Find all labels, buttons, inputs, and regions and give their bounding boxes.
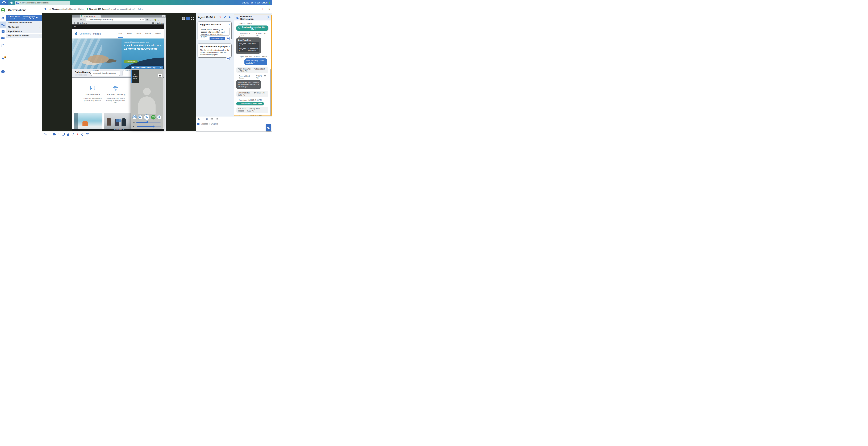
grid-view-icon[interactable] <box>182 17 185 20</box>
chevron-right-icon: › <box>39 21 40 24</box>
tile-view-icon[interactable] <box>186 17 190 20</box>
suggested-response-text[interactable]: Thank you for providing the session refe… <box>199 27 230 36</box>
ordered-list-icon[interactable]: 123 <box>211 118 213 121</box>
active-conversation-item[interactable]: ⚠ Alex Jones — Unauthenticated 03:52 | E… <box>6 15 42 21</box>
collapse-chevron-icon[interactable]: ^ <box>229 24 230 26</box>
sidebar-item-my-queues[interactable]: My Queues› <box>6 25 42 29</box>
chat-message-list[interactable]: 2/19/25, 1:52 PM Previous Conversation (… <box>235 21 271 115</box>
desktop-share-icon[interactable] <box>62 133 65 136</box>
speaker-volume-slider[interactable] <box>133 126 161 128</box>
minimize-icon[interactable]: — <box>160 67 161 68</box>
desktop-share-active-icon[interactable] <box>151 115 156 119</box>
bookmark-star-icon[interactable]: ☆ <box>142 19 144 21</box>
settings-icon[interactable] <box>157 115 161 119</box>
help-icon[interactable]: ? <box>267 16 270 19</box>
message-input[interactable]: Message or Drag File <box>197 123 218 125</box>
reload-icon[interactable]: ↻ <box>80 19 82 21</box>
collapse-icon[interactable] <box>158 74 162 77</box>
agent-assist-icon[interactable] <box>10 1 13 4</box>
chat-bubble-icon[interactable] <box>36 17 38 19</box>
sidebar-item-my-favorite-contacts[interactable]: My Favorite Contacts› <box>6 34 42 38</box>
home-icon[interactable]: ⌂ <box>83 19 84 21</box>
fullscreen-icon[interactable] <box>191 17 194 20</box>
add-participant-icon[interactable] <box>44 8 47 10</box>
profile-avatar[interactable] <box>0 8 6 12</box>
refresh-icon[interactable]: ↻ <box>226 37 230 40</box>
card-icon[interactable] <box>147 19 148 21</box>
my-desktop-share-thumbnail[interactable]: My Desktop Share <box>131 70 139 83</box>
mic-volume-slider[interactable] <box>133 121 161 124</box>
browser-menu-icon[interactable]: ⋮ <box>158 19 159 21</box>
site-nav-account[interactable]: Account <box>155 33 161 35</box>
refresh-icon[interactable]: ↻ <box>226 57 230 60</box>
all-bookmarks-label[interactable]: All Bookmarks <box>155 22 164 24</box>
site-nav-invest[interactable]: Invest <box>136 33 141 35</box>
overlay-title-bar[interactable]: Share Video & Desktop — <box>131 66 163 69</box>
collapse-chevron-icon[interactable]: ^ <box>229 45 230 48</box>
svg-text:12: 12 <box>2 31 4 32</box>
underline-icon[interactable]: U <box>206 118 208 121</box>
learn-more-button[interactable]: LEARN MORE <box>124 60 138 63</box>
phone-call-icon[interactable] <box>144 114 150 120</box>
help-icon[interactable]: ? <box>0 70 6 73</box>
site-nav-bank[interactable]: Bank <box>118 33 122 35</box>
video-toggle-icon[interactable] <box>138 115 142 119</box>
desktop-share-icon[interactable] <box>32 17 34 19</box>
tools-wrench-icon[interactable] <box>224 16 226 19</box>
bookmarks-label[interactable]: Bookmarks <box>80 22 87 24</box>
community-financial-logo[interactable]: Community Financial <box>75 32 101 36</box>
more-options-icon[interactable]: ⋮ <box>39 16 41 19</box>
site-nav-borrow[interactable]: Borrow <box>127 33 132 35</box>
italic-icon[interactable]: I <box>203 118 203 121</box>
previous-conversation-button[interactable]: Previous Conversation (Get More) <box>236 26 268 31</box>
apps-grid-icon[interactable] <box>73 22 75 24</box>
extensions-icon[interactable] <box>150 19 151 21</box>
inbox-icon[interactable] <box>0 16 6 20</box>
phone-icon[interactable] <box>44 133 47 136</box>
tab-close-icon[interactable]: × <box>95 15 96 17</box>
file-upload-icon[interactable] <box>67 133 69 136</box>
view-desktop-button[interactable]: View desktop: Alex Jones <box>236 102 264 105</box>
camera-options-chevron-icon[interactable]: ^ <box>58 133 59 135</box>
username-field[interactable]: User Name secure-mail-demo@revation.com <box>91 71 120 76</box>
library-icon[interactable] <box>229 16 231 19</box>
knowledge-book-icon[interactable] <box>0 37 6 40</box>
address-bar[interactable]: demo.linklive-legacy.com/banking ☆ <box>86 18 145 21</box>
sidebar-item-agent-metrics[interactable]: Agent Metrics› <box>6 29 42 34</box>
block-user-icon[interactable] <box>261 8 264 10</box>
agent-status[interactable]: ONLINE - WITH CUSTOMER <box>242 0 271 5</box>
site-settings-icon[interactable] <box>87 19 89 20</box>
send-transcript-button[interactable] <box>266 124 271 131</box>
audio-settings-icon[interactable] <box>86 133 89 135</box>
translate-icon[interactable]: A <box>77 133 78 136</box>
blocked-agent-icon[interactable] <box>219 16 221 19</box>
chat-scrollbar[interactable] <box>270 69 271 115</box>
new-tab-icon[interactable]: + <box>103 15 104 17</box>
password-key-icon[interactable] <box>140 19 141 21</box>
page-scrollbar[interactable] <box>164 25 166 131</box>
bold-icon[interactable]: B <box>198 118 199 121</box>
sidebar-item-previous-conversations[interactable]: Previous Conversations› <box>6 21 42 25</box>
metrics-icon[interactable] <box>0 44 6 47</box>
forward-icon[interactable]: → <box>77 19 79 21</box>
transcript-icon[interactable] <box>29 17 31 19</box>
conversations-tab-icon[interactable] <box>0 23 6 26</box>
calendar-icon[interactable]: 12 <box>0 30 6 33</box>
ai-enhance-icon[interactable] <box>72 133 74 136</box>
chat-toggle-icon[interactable] <box>132 115 136 119</box>
browser-profile-avatar[interactable] <box>155 19 156 21</box>
call-transfer-icon[interactable] <box>81 133 84 136</box>
settings-gear-icon[interactable]: 1 <box>0 58 6 61</box>
chevron-right-icon: › <box>39 26 40 28</box>
back-icon[interactable]: ← <box>73 19 75 21</box>
video-camera-icon[interactable] <box>53 133 56 135</box>
search-input[interactable]: Search contacts & conversations <box>15 1 70 5</box>
close-icon[interactable]: × <box>269 8 270 11</box>
bullet-list-icon[interactable] <box>216 118 218 121</box>
hamburger-menu-icon[interactable]: ≡ <box>74 25 76 28</box>
tab-list-caret-icon[interactable]: v <box>162 15 165 17</box>
site-nav-protect[interactable]: Protect <box>146 33 151 35</box>
send-message-button[interactable]: Send Message <box>210 37 225 40</box>
phone-options-chevron-icon[interactable]: ^ <box>49 133 50 135</box>
browser-tab[interactable]: LinkLive Demo × <box>80 15 101 18</box>
